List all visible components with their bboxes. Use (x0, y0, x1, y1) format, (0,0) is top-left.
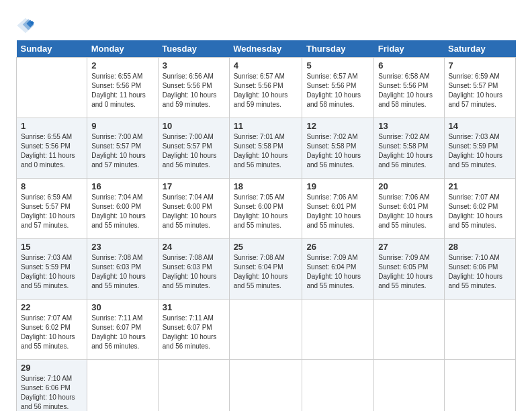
day-cell-16: 16Sunrise: 7:04 AMSunset: 6:00 PMDayligh… (87, 179, 159, 239)
calendar-week-4: 15Sunrise: 7:03 AMSunset: 5:59 PMDayligh… (17, 239, 516, 300)
day-cell-31: 31Sunrise: 7:11 AMSunset: 6:07 PMDayligh… (158, 300, 229, 360)
day-number: 6 (378, 60, 439, 71)
calendar-table: SundayMondayTuesdayWednesdayThursdayFrid… (16, 40, 516, 411)
day-info: Sunrise: 6:59 AMSunset: 5:57 PMDaylight:… (21, 193, 83, 230)
day-info: Sunrise: 7:07 AMSunset: 6:02 PMDaylight:… (449, 193, 512, 230)
day-number: 1 (21, 121, 83, 131)
day-number: 7 (449, 60, 512, 71)
day-info: Sunrise: 7:08 AMSunset: 6:04 PMDaylight:… (234, 253, 298, 291)
header-tuesday: Tuesday (158, 40, 229, 58)
day-cell-6: 6Sunrise: 6:58 AMSunset: 5:56 PMDaylight… (374, 58, 444, 118)
empty-cell (158, 360, 229, 412)
day-info: Sunrise: 7:11 AMSunset: 6:07 PMDaylight:… (163, 314, 225, 351)
empty-cell (87, 360, 159, 412)
day-cell-1: 1Sunrise: 6:55 AMSunset: 5:56 PMDaylight… (17, 118, 87, 179)
day-cell-19: 19Sunrise: 7:06 AMSunset: 6:01 PMDayligh… (302, 179, 374, 239)
day-number: 23 (91, 242, 154, 252)
day-number: 28 (449, 242, 512, 252)
day-cell-12: 12Sunrise: 7:02 AMSunset: 5:58 PMDayligh… (302, 118, 374, 179)
empty-cell (302, 360, 374, 412)
empty-cell (444, 300, 516, 360)
day-number: 19 (306, 181, 369, 191)
day-info: Sunrise: 7:08 AMSunset: 6:03 PMDaylight:… (163, 253, 225, 291)
day-info: Sunrise: 7:09 AMSunset: 6:05 PMDaylight:… (378, 253, 439, 291)
day-cell-22: 22Sunrise: 7:07 AMSunset: 6:02 PMDayligh… (17, 300, 87, 360)
day-cell-20: 20Sunrise: 7:06 AMSunset: 6:01 PMDayligh… (374, 179, 444, 239)
header-saturday: Saturday (444, 40, 516, 58)
day-number: 22 (21, 302, 83, 312)
day-number: 5 (306, 60, 369, 71)
day-number: 4 (234, 60, 298, 71)
day-info: Sunrise: 7:10 AMSunset: 6:06 PMDaylight:… (449, 253, 512, 291)
empty-cell (302, 300, 374, 360)
day-info: Sunrise: 7:03 AMSunset: 5:59 PMDaylight:… (449, 132, 512, 170)
empty-cell (229, 360, 302, 412)
logo (16, 16, 38, 35)
calendar-week-6: 29Sunrise: 7:10 AMSunset: 6:06 PMDayligh… (17, 360, 516, 412)
day-cell-17: 17Sunrise: 7:04 AMSunset: 6:00 PMDayligh… (158, 179, 229, 239)
day-number: 3 (163, 60, 225, 71)
day-number: 24 (163, 242, 225, 252)
day-number: 29 (21, 363, 83, 373)
day-info: Sunrise: 7:08 AMSunset: 6:03 PMDaylight:… (91, 253, 154, 291)
day-info: Sunrise: 6:58 AMSunset: 5:56 PMDaylight:… (378, 72, 439, 109)
day-number: 27 (378, 242, 439, 252)
day-number: 18 (234, 181, 298, 191)
calendar-week-3: 8Sunrise: 6:59 AMSunset: 5:57 PMDaylight… (17, 179, 516, 239)
day-info: Sunrise: 7:10 AMSunset: 6:06 PMDaylight:… (21, 374, 83, 411)
day-info: Sunrise: 7:01 AMSunset: 5:58 PMDaylight:… (234, 132, 298, 170)
day-number: 25 (234, 242, 298, 252)
day-number: 9 (91, 121, 154, 131)
day-cell-3: 3Sunrise: 6:56 AMSunset: 5:56 PMDaylight… (158, 58, 229, 118)
day-cell-4: 4Sunrise: 6:57 AMSunset: 5:56 PMDaylight… (229, 58, 302, 118)
day-info: Sunrise: 7:11 AMSunset: 6:07 PMDaylight:… (91, 314, 154, 351)
day-info: Sunrise: 7:04 AMSunset: 6:00 PMDaylight:… (91, 193, 154, 230)
day-info: Sunrise: 7:03 AMSunset: 5:59 PMDaylight:… (21, 253, 83, 291)
day-info: Sunrise: 7:02 AMSunset: 5:58 PMDaylight:… (306, 132, 369, 170)
day-info: Sunrise: 6:59 AMSunset: 5:57 PMDaylight:… (449, 72, 512, 109)
header-thursday: Thursday (302, 40, 374, 58)
day-cell-14: 14Sunrise: 7:03 AMSunset: 5:59 PMDayligh… (444, 118, 516, 179)
day-cell-21: 21Sunrise: 7:07 AMSunset: 6:02 PMDayligh… (444, 179, 516, 239)
empty-cell (229, 300, 302, 360)
calendar-week-2: 1Sunrise: 6:55 AMSunset: 5:56 PMDaylight… (17, 118, 516, 179)
day-info: Sunrise: 7:00 AMSunset: 5:57 PMDaylight:… (163, 132, 225, 170)
day-cell-15: 15Sunrise: 7:03 AMSunset: 5:59 PMDayligh… (17, 239, 87, 300)
day-cell-24: 24Sunrise: 7:08 AMSunset: 6:03 PMDayligh… (158, 239, 229, 300)
calendar-week-1: 2Sunrise: 6:55 AMSunset: 5:56 PMDaylight… (17, 58, 516, 118)
day-number: 8 (21, 181, 83, 191)
day-number: 17 (163, 181, 225, 191)
calendar-header-row: SundayMondayTuesdayWednesdayThursdayFrid… (17, 40, 516, 58)
day-info: Sunrise: 7:09 AMSunset: 6:04 PMDaylight:… (306, 253, 369, 291)
day-cell-18: 18Sunrise: 7:05 AMSunset: 6:00 PMDayligh… (229, 179, 302, 239)
day-cell-23: 23Sunrise: 7:08 AMSunset: 6:03 PMDayligh… (87, 239, 159, 300)
day-cell-7: 7Sunrise: 6:59 AMSunset: 5:57 PMDaylight… (444, 58, 516, 118)
day-number: 12 (306, 121, 369, 131)
day-number: 21 (449, 181, 512, 191)
day-info: Sunrise: 7:04 AMSunset: 6:00 PMDaylight:… (163, 193, 225, 230)
day-number: 10 (163, 121, 225, 131)
day-cell-29: 29Sunrise: 7:10 AMSunset: 6:06 PMDayligh… (17, 360, 87, 412)
day-cell-26: 26Sunrise: 7:09 AMSunset: 6:04 PMDayligh… (302, 239, 374, 300)
day-cell-5: 5Sunrise: 6:57 AMSunset: 5:56 PMDaylight… (302, 58, 374, 118)
empty-cell (374, 360, 444, 412)
empty-cell (17, 58, 87, 118)
day-info: Sunrise: 6:57 AMSunset: 5:56 PMDaylight:… (306, 72, 369, 109)
day-info: Sunrise: 6:55 AMSunset: 5:56 PMDaylight:… (91, 72, 154, 109)
logo-icon (16, 16, 35, 35)
header-friday: Friday (374, 40, 444, 58)
header-monday: Monday (87, 40, 159, 58)
day-info: Sunrise: 6:55 AMSunset: 5:56 PMDaylight:… (21, 132, 83, 170)
day-info: Sunrise: 7:07 AMSunset: 6:02 PMDaylight:… (21, 314, 83, 351)
day-number: 31 (163, 302, 225, 312)
day-number: 13 (378, 121, 439, 131)
day-cell-30: 30Sunrise: 7:11 AMSunset: 6:07 PMDayligh… (87, 300, 159, 360)
day-cell-11: 11Sunrise: 7:01 AMSunset: 5:58 PMDayligh… (229, 118, 302, 179)
day-cell-9: 9Sunrise: 7:00 AMSunset: 5:57 PMDaylight… (87, 118, 159, 179)
day-info: Sunrise: 6:57 AMSunset: 5:56 PMDaylight:… (234, 72, 298, 109)
day-info: Sunrise: 7:05 AMSunset: 6:00 PMDaylight:… (234, 193, 298, 230)
day-info: Sunrise: 7:02 AMSunset: 5:58 PMDaylight:… (378, 132, 439, 170)
day-cell-2: 2Sunrise: 6:55 AMSunset: 5:56 PMDaylight… (87, 58, 159, 118)
day-cell-10: 10Sunrise: 7:00 AMSunset: 5:57 PMDayligh… (158, 118, 229, 179)
day-number: 26 (306, 242, 369, 252)
